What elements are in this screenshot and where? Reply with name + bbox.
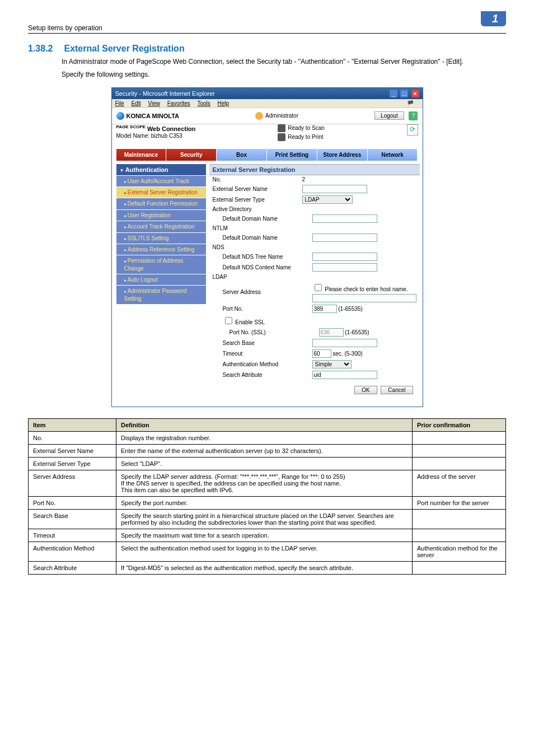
ntlm-default-domain-label: Default Domain Name <box>213 235 312 241</box>
table-row: TimeoutSpecify the maximum wait time for… <box>29 529 506 542</box>
cell-item: Search Attribute <box>29 561 116 574</box>
tab-security[interactable]: Security <box>166 149 217 161</box>
sidebar-item-external-server[interactable]: External Server Registration <box>116 186 206 198</box>
ssl-port-label: Port No. (SSL) <box>213 329 319 335</box>
no-value: 2 <box>302 176 306 183</box>
page-section-badge: 1 <box>481 11 506 26</box>
sidebar-item-admin-password[interactable]: Administrator Password Setting <box>116 285 206 304</box>
menu-view[interactable]: View <box>148 100 160 106</box>
th-prior: Prior confirmation <box>413 418 506 431</box>
tab-box[interactable]: Box <box>217 149 267 161</box>
tab-print-setting[interactable]: Print Setting <box>267 149 317 161</box>
menu-edit[interactable]: Edit <box>131 100 140 106</box>
sidebar-item-user-registration[interactable]: User Registration <box>116 209 206 221</box>
admin-icon <box>255 112 263 120</box>
section-number: 1.38.2 <box>28 44 62 54</box>
section-para-1: In Administrator mode of PageScope Web C… <box>62 57 506 67</box>
table-row: Port No.Specify the port number.Port num… <box>29 496 506 509</box>
tab-network[interactable]: Network <box>368 149 418 161</box>
section-title: External Server Registration <box>64 44 184 53</box>
sidebar: Authentication User Auth/Account Track E… <box>116 164 206 402</box>
web-connection-label: PAGE SCOPE Web Connection <box>116 124 196 132</box>
external-server-type-select[interactable]: LDAP <box>302 195 353 204</box>
external-server-name-input[interactable] <box>302 185 367 193</box>
globe-icon <box>116 112 124 120</box>
form-title: External Server Registration <box>209 164 420 175</box>
brand-logo: KONICA MINOLTA <box>116 112 180 120</box>
search-base-input[interactable] <box>312 339 377 347</box>
menu-help[interactable]: Help <box>218 100 229 106</box>
sidebar-item-account-track[interactable]: Account Track Registration <box>116 221 206 232</box>
ok-button[interactable]: OK <box>354 386 377 394</box>
ie-flag-icon: 🏴 <box>407 100 414 106</box>
timeout-range: sec. (5-300) <box>332 351 362 357</box>
table-row: Authentication MethodSelect the authenti… <box>29 542 506 561</box>
enable-ssl-checkbox[interactable] <box>225 317 232 324</box>
logout-button[interactable]: Logout <box>374 111 404 120</box>
description-table: Item Definition Prior confirmation No.Di… <box>28 418 506 575</box>
enable-ssl-label: Enable SSL <box>235 319 265 325</box>
timeout-input[interactable] <box>312 349 331 358</box>
server-address-label: Server Address <box>213 289 312 295</box>
table-row: Server AddressSpecify the LDAP server ad… <box>29 470 506 496</box>
menu-tools[interactable]: Tools <box>197 100 210 106</box>
sidebar-item-permission-address[interactable]: Permission of Address Change <box>116 255 206 273</box>
cell-prior <box>413 444 506 457</box>
port-no-label: Port No. <box>213 306 312 312</box>
nds-group: NDS <box>209 243 420 251</box>
window-minimize-icon[interactable]: _ <box>390 90 397 97</box>
status-scan: Ready to Scan <box>288 125 325 131</box>
host-name-checkbox[interactable] <box>315 284 322 291</box>
cell-prior: Address of the server <box>413 470 506 496</box>
port-no-range: (1-65535) <box>338 306 362 312</box>
nds-context-input[interactable] <box>312 263 377 272</box>
sidebar-head-authentication[interactable]: Authentication <box>116 164 206 175</box>
ntlm-default-domain-input[interactable] <box>312 234 377 242</box>
nds-tree-input[interactable] <box>312 253 377 261</box>
tab-store-address[interactable]: Store Address <box>317 149 368 161</box>
cell-item: Authentication Method <box>29 542 116 561</box>
search-attribute-label: Search Attribute <box>213 372 312 378</box>
cell-prior <box>413 561 506 574</box>
sidebar-item-default-function[interactable]: Default Function Permission <box>116 198 206 209</box>
print-icon <box>278 133 285 141</box>
cell-definition: Displays the registration number. <box>116 431 413 444</box>
help-icon[interactable]: ? <box>409 111 418 120</box>
cell-prior <box>413 529 506 542</box>
ntlm-group: NTLM <box>209 224 420 232</box>
cell-definition: Specify the port number. <box>116 496 413 509</box>
table-row: External Server TypeSelect "LDAP". <box>29 457 506 470</box>
cell-item: No. <box>29 431 116 444</box>
model-name: Model Name: bizhub C353 <box>116 133 196 139</box>
ssl-port-input <box>319 328 344 337</box>
table-row: No.Displays the registration number. <box>29 431 506 444</box>
sidebar-item-auto-logout[interactable]: Auto Logout <box>116 274 206 285</box>
cell-prior <box>413 431 506 444</box>
admin-label: Administrator <box>265 113 298 119</box>
window-maximize-icon[interactable]: □ <box>400 90 408 97</box>
menu-file[interactable]: File <box>115 100 124 106</box>
sidebar-item-address-reference[interactable]: Address Reference Setting <box>116 244 206 255</box>
cancel-button[interactable]: Cancel <box>381 386 413 394</box>
search-attribute-input[interactable] <box>312 371 377 379</box>
sidebar-item-ssl-tls[interactable]: SSL/TLS Setting <box>116 232 206 244</box>
refresh-icon[interactable]: ⟳ <box>407 124 418 136</box>
table-row: External Server NameEnter the name of th… <box>29 444 506 457</box>
status-print: Ready to Print <box>288 134 323 140</box>
server-address-input[interactable] <box>312 294 416 302</box>
window-close-icon[interactable]: × <box>411 90 419 97</box>
tab-maintenance[interactable]: Maintenance <box>116 149 167 161</box>
ad-default-domain-input[interactable] <box>312 214 377 223</box>
cell-definition: Select "LDAP". <box>116 457 413 470</box>
port-no-input[interactable] <box>312 305 337 313</box>
cell-item: External Server Type <box>29 457 116 470</box>
scan-icon <box>278 124 285 132</box>
cell-item: Search Base <box>29 509 116 529</box>
auth-method-select[interactable]: Simple <box>312 360 352 368</box>
sidebar-item-user-auth[interactable]: User Auth/Account Track <box>116 175 206 186</box>
auth-method-label: Authentication Method <box>213 361 312 367</box>
cell-definition: Select the authentication method used fo… <box>116 542 413 561</box>
menu-favorites[interactable]: Favorites <box>167 100 190 106</box>
search-base-label: Search Base <box>213 340 312 346</box>
nds-tree-label: Default NDS Tree Name <box>213 254 312 260</box>
